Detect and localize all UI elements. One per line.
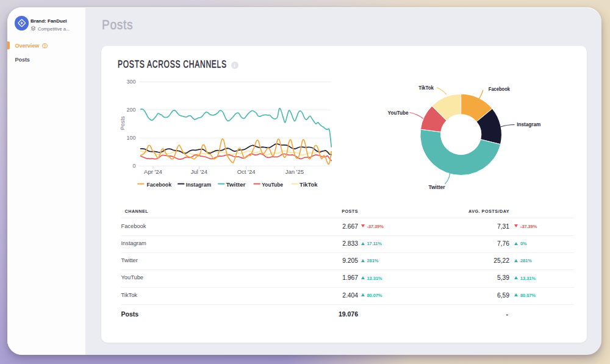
svg-text:Facebook: Facebook xyxy=(146,182,171,188)
svg-text:Oct '24: Oct '24 xyxy=(237,168,256,175)
svg-text:200: 200 xyxy=(126,107,135,113)
svg-text:YouTube: YouTube xyxy=(388,110,409,116)
svg-text:Jul '24: Jul '24 xyxy=(191,168,207,175)
svg-text:Posts: Posts xyxy=(120,116,126,130)
svg-text:Twitter: Twitter xyxy=(428,184,445,190)
svg-text:Instagram: Instagram xyxy=(186,182,212,188)
svg-text:Jan '25: Jan '25 xyxy=(285,168,304,175)
svg-text:Twitter: Twitter xyxy=(226,182,246,188)
svg-text:Instagram: Instagram xyxy=(517,121,540,127)
svg-text:TikTok: TikTok xyxy=(300,182,318,188)
svg-text:YouTube: YouTube xyxy=(262,182,283,188)
svg-text:0: 0 xyxy=(132,163,135,169)
svg-text:Apr '24: Apr '24 xyxy=(144,168,162,175)
svg-text:100: 100 xyxy=(126,135,135,141)
svg-text:Facebook: Facebook xyxy=(489,86,510,92)
svg-text:300: 300 xyxy=(126,79,135,85)
svg-text:TikTok: TikTok xyxy=(418,85,434,91)
